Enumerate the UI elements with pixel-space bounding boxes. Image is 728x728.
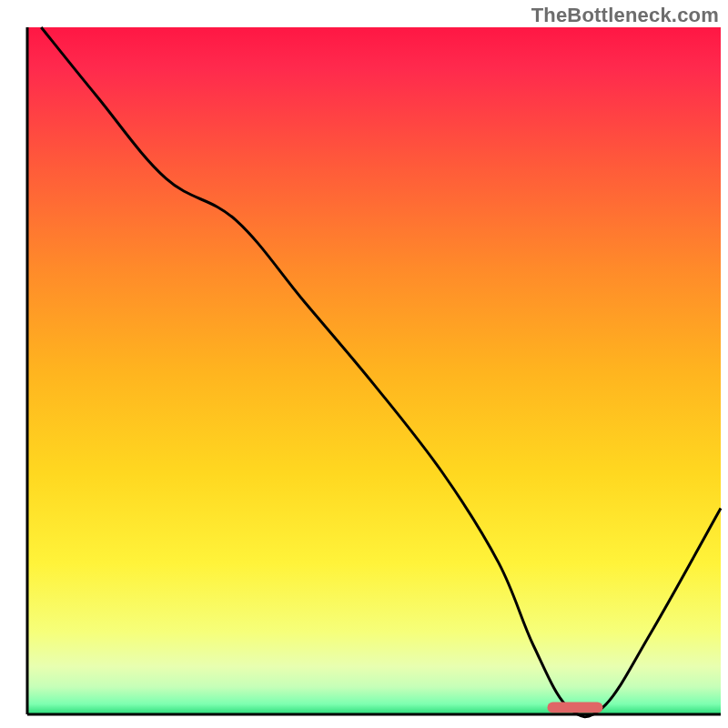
optimal-marker bbox=[548, 702, 603, 713]
plot-background bbox=[27, 27, 721, 714]
chart-container: { "watermark": "TheBottleneck.com", "cha… bbox=[0, 0, 728, 728]
bottleneck-chart bbox=[0, 0, 728, 728]
